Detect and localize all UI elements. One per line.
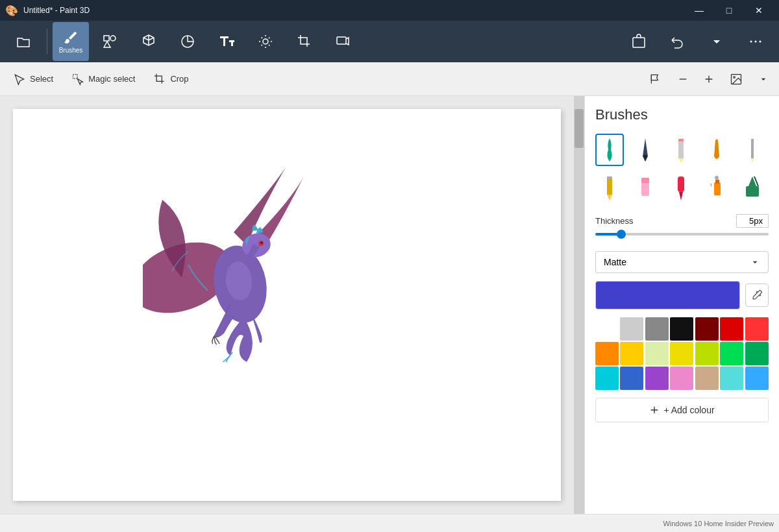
tool-dropdown[interactable] [699,22,735,61]
thickness-slider[interactable] [595,233,769,236]
svg-rect-27 [607,176,612,179]
color-cell[interactable] [695,317,719,341]
color-cell[interactable] [620,342,643,365]
sec-toolbar-right [644,66,774,92]
color-cell[interactable] [720,317,743,341]
color-cell[interactable] [595,367,619,390]
color-cell[interactable] [595,317,619,341]
expand-icon [758,74,769,84]
color-cell[interactable] [745,317,769,341]
tool-text[interactable] [208,22,245,61]
svg-point-1 [110,36,116,41]
titlebar-left: 🎨 Untitled* - Paint 3D [5,5,90,17]
brush-grid [595,134,769,204]
tool-brushes[interactable]: Brushes [53,22,89,61]
flag-icon [649,73,662,86]
tool-3d-view[interactable] [325,22,362,61]
slider-thumb[interactable] [617,230,626,239]
tool-canvas[interactable] [286,22,323,61]
color-cell[interactable] [695,367,719,390]
svg-point-3 [263,39,268,44]
color-cell[interactable] [595,342,619,365]
svg-point-13 [734,76,736,78]
color-cell[interactable] [645,342,669,365]
minimize-button[interactable]: — [684,0,714,21]
svg-rect-32 [715,180,719,184]
secondary-toolbar: Select Magic select Crop [0,62,779,96]
tool-2d-shapes[interactable] [92,22,128,61]
crop-tool-btn[interactable]: Crop [145,66,196,92]
color-cell[interactable] [670,317,693,341]
tool-stickers[interactable] [169,22,206,61]
crop-label: Crop [170,74,188,84]
svg-rect-5 [633,38,645,47]
brush-orange[interactable] [702,134,731,166]
add-color-label: + Add colour [663,405,714,415]
select-tool-btn[interactable]: Select [5,66,61,92]
tool-effects[interactable] [247,22,284,61]
selected-color-swatch[interactable] [595,281,740,309]
brush-fill[interactable] [738,171,767,204]
more-sec-btn[interactable] [753,66,774,92]
brush-calligraphy[interactable] [595,134,624,166]
zoom-in-btn[interactable] [699,66,719,92]
tool-3d-shapes[interactable] [130,22,167,61]
close-button[interactable]: ✕ [744,0,774,21]
stickers-icon [180,34,195,49]
color-cell[interactable] [720,342,743,365]
brush-pencil-gray[interactable] [667,134,695,166]
maximize-button[interactable]: □ [714,0,744,21]
brush-colored-pencil[interactable] [595,171,624,204]
color-cell[interactable] [645,317,669,341]
color-cell[interactable] [620,367,643,390]
color-cell[interactable] [745,367,769,390]
image-icon [730,73,743,86]
canvas-area[interactable] [0,96,584,514]
color-cell[interactable] [670,367,693,390]
color-cell[interactable] [620,317,643,341]
svg-rect-23 [751,139,754,158]
undo-icon [670,34,686,49]
magic-select-btn[interactable]: Magic select [64,66,143,92]
svg-rect-30 [678,176,684,192]
svg-rect-0 [104,36,109,41]
color-cell[interactable] [645,367,669,390]
color-cell[interactable] [670,342,693,365]
minus-icon [678,74,688,84]
brush-fountain-pen[interactable] [631,134,660,166]
main-area: Brushes [0,96,779,514]
image-insert-btn[interactable] [724,66,748,92]
add-color-btn[interactable]: + Add colour [595,398,769,422]
thickness-value[interactable]: 5px [736,214,769,228]
brush-marker[interactable] [667,171,695,204]
text-icon [219,34,234,49]
statusbar: Windows 10 Home Insider Preview [0,514,779,532]
main-toolbar: Brushes [0,21,779,62]
brush-eraser[interactable] [631,171,660,204]
select-label: Select [30,74,53,84]
color-cell[interactable] [695,342,719,365]
svg-marker-26 [607,195,612,200]
svg-rect-34 [746,186,759,197]
tool-file[interactable] [5,22,42,61]
flag-btn[interactable] [644,66,667,92]
folder-icon [16,34,31,49]
opacity-dropdown[interactable]: Matte [595,251,769,273]
eyedropper-btn[interactable] [745,284,769,307]
tool-share[interactable] [621,22,657,61]
color-palette [595,317,769,390]
tool-more[interactable] [737,22,774,61]
scrollbar-thumb[interactable] [575,109,584,148]
drawing-canvas[interactable] [13,109,561,501]
brush-thin-pencil[interactable] [738,134,767,166]
magic-select-icon [71,73,84,86]
vertical-scrollbar[interactable] [574,96,584,514]
tool-undo[interactable] [660,22,696,61]
svg-rect-11 [680,79,687,79]
svg-point-8 [760,41,761,43]
brush-spray[interactable] [702,171,731,204]
color-cell[interactable] [720,367,743,390]
dragon-image [143,161,318,362]
color-cell[interactable] [745,342,769,365]
zoom-out-btn[interactable] [673,66,693,92]
